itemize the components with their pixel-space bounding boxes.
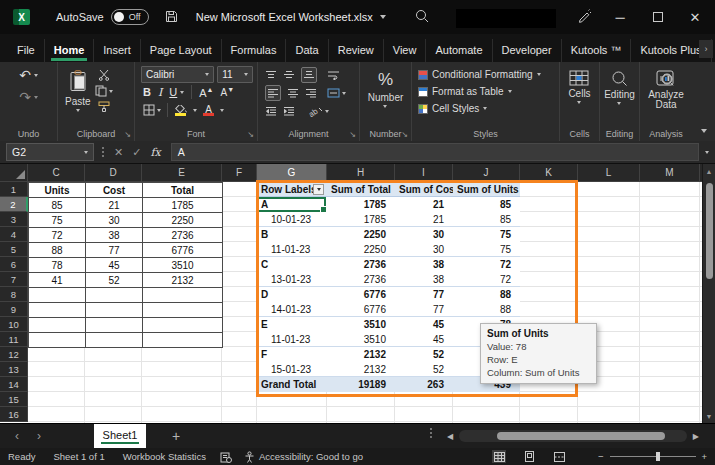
pivot-label-cell[interactable]: C (257, 257, 327, 272)
scroll-left-icon[interactable]: ◀ (447, 432, 459, 441)
clipboard-dialog-launcher[interactable]: ↘ (124, 131, 131, 139)
wrap-text-button[interactable] (327, 70, 340, 80)
pivot-value-cell[interactable]: 2736 (327, 272, 395, 286)
pivot-row-10-01-23[interactable]: 10-01-2317852185 (257, 212, 520, 227)
source-empty-cell[interactable] (86, 303, 143, 318)
pivot-row-14-01-23[interactable]: 14-01-2367767788 (257, 302, 520, 317)
column-header-M[interactable]: M (640, 164, 700, 182)
cell-styles-button[interactable]: Cell Styles (412, 100, 559, 117)
document-title[interactable]: New Microsoft Excel Worksheet.xlsx (196, 11, 386, 23)
pivot-value-cell[interactable]: 75 (453, 242, 520, 256)
tab-data[interactable]: Data (286, 39, 328, 62)
pivot-value-cell[interactable]: 88 (453, 302, 520, 316)
horizontal-scroll-thumb[interactable] (497, 432, 665, 440)
tab-formulas[interactable]: Formulas (222, 39, 287, 62)
pivot-label-cell[interactable]: B (257, 227, 327, 242)
pivot-value-cell[interactable]: 38 (395, 257, 453, 272)
row-header-13[interactable]: 13 (0, 362, 28, 377)
source-cell[interactable]: 77 (86, 243, 143, 258)
autosave-toggle[interactable]: Off (111, 9, 149, 25)
macro-record-icon[interactable] (220, 451, 232, 463)
cut-button[interactable] (95, 69, 113, 81)
underline-chevron-icon[interactable] (180, 91, 184, 94)
borders-button[interactable] (143, 104, 161, 116)
column-header-G[interactable]: G (257, 164, 327, 182)
source-cell[interactable]: 2736 (143, 228, 223, 243)
merge-center-button[interactable] (327, 88, 346, 98)
row-header-7[interactable]: 7 (0, 272, 28, 287)
pivot-value-cell[interactable]: 85 (453, 197, 520, 212)
page-break-view-button[interactable] (552, 450, 566, 463)
tab-kutools-[interactable]: Kutools ™ (562, 39, 632, 62)
column-header-L[interactable]: L (578, 164, 640, 182)
column-header-K[interactable]: K (520, 164, 578, 182)
tab-page-layout[interactable]: Page Layout (141, 39, 222, 62)
shrink-font-button[interactable]: A▼ (221, 86, 235, 98)
source-cell[interactable]: 78 (29, 258, 86, 273)
source-empty-cell[interactable] (29, 288, 86, 303)
source-empty-cell[interactable] (29, 333, 86, 348)
cancel-entry-icon[interactable]: ✕ (114, 146, 123, 159)
row-header-11[interactable]: 11 (0, 332, 28, 347)
pivot-label-cell[interactable]: 10-01-23 (257, 212, 327, 226)
accessibility-status[interactable]: Accessibility: Good to go (259, 451, 363, 462)
font-name-combo[interactable]: Calibri (141, 66, 214, 83)
source-cell[interactable]: 75 (29, 213, 86, 228)
pivot-label-cell[interactable]: 15-01-23 (257, 362, 327, 376)
row-header-4[interactable]: 4 (0, 227, 28, 242)
source-cell[interactable]: 6776 (143, 243, 223, 258)
fill-color-chevron-icon[interactable] (193, 109, 197, 112)
pivot-label-cell[interactable]: D (257, 287, 327, 302)
pivot-value-cell[interactable]: 30 (395, 227, 453, 242)
column-header-F[interactable]: F (222, 164, 257, 182)
pivot-label-cell[interactable]: 11-01-23 (257, 332, 327, 346)
ribbon-collapse-chevron-icon[interactable] (701, 129, 707, 133)
pivot-value-cell[interactable]: 1785 (327, 212, 395, 226)
row-labels-filter-button[interactable] (313, 184, 324, 195)
page-layout-view-button[interactable] (522, 450, 536, 463)
pivot-value-cell[interactable]: 3510 (327, 317, 395, 332)
font-color-button[interactable]: A (203, 105, 214, 116)
next-sheet-button[interactable]: › (28, 429, 50, 443)
format-as-table-button[interactable]: Format as Table (412, 83, 559, 100)
pivot-value-cell[interactable]: 2250 (327, 227, 395, 242)
source-header-cell[interactable]: Units (29, 183, 86, 198)
vertical-scrollbar[interactable]: ▲ ▼ (702, 164, 715, 423)
pivot-value-cell[interactable]: 75 (453, 227, 520, 242)
source-header-cell[interactable]: Cost (86, 183, 143, 198)
align-left-button[interactable] (265, 85, 281, 101)
pivot-row-d[interactable]: D67767788 (257, 287, 520, 302)
pivot-value-cell[interactable]: 38 (395, 272, 453, 286)
source-cell[interactable]: 2250 (143, 213, 223, 228)
source-empty-cell[interactable] (143, 288, 223, 303)
source-cell[interactable]: 2132 (143, 273, 223, 288)
close-button[interactable]: ✕ (678, 0, 712, 34)
zoom-out-button[interactable]: − (598, 451, 604, 462)
save-icon[interactable] (165, 10, 178, 25)
tab-automate[interactable]: Automate (426, 39, 492, 62)
pivot-value-cell[interactable]: 19189 (327, 377, 395, 392)
fill-color-button[interactable] (174, 105, 187, 116)
pivot-value-cell[interactable]: 6776 (327, 287, 395, 302)
vertical-scroll-thumb[interactable] (706, 183, 713, 279)
pivot-value-cell[interactable]: 2250 (327, 242, 395, 256)
tab-view[interactable]: View (384, 39, 427, 62)
pivot-value-cell[interactable]: 3510 (327, 332, 395, 346)
formula-input[interactable]: A (171, 143, 699, 161)
insert-function-icon[interactable]: fx (150, 146, 160, 159)
row-header-5[interactable]: 5 (0, 242, 28, 257)
source-cell[interactable]: 72 (29, 228, 86, 243)
column-header-C[interactable]: C (28, 164, 85, 182)
row-header-3[interactable]: 3 (0, 212, 28, 227)
source-empty-cell[interactable] (143, 303, 223, 318)
source-cell[interactable]: 52 (86, 273, 143, 288)
pivot-label-cell[interactable]: F (257, 347, 327, 362)
minimize-button[interactable]: ─ (603, 0, 637, 34)
pivot-label-cell[interactable]: 14-01-23 (257, 302, 327, 316)
redo-button[interactable]: ↷ (19, 89, 38, 105)
tab-insert[interactable]: Insert (94, 39, 141, 62)
bold-button[interactable]: B (143, 86, 151, 98)
pivot-value-cell[interactable]: 30 (395, 242, 453, 256)
prev-sheet-button[interactable]: ‹ (6, 429, 28, 443)
workbook-statistics-button[interactable]: Workbook Statistics (123, 451, 206, 462)
